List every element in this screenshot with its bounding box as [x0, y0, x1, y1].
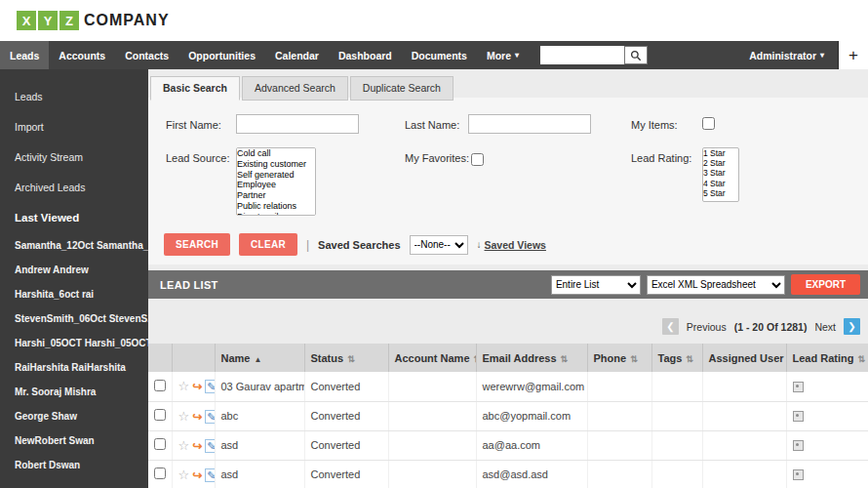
- global-search-input[interactable]: [540, 46, 624, 64]
- lead-source-option[interactable]: Partner: [237, 190, 315, 201]
- row-checkbox[interactable]: [154, 438, 166, 450]
- nav-item-accounts[interactable]: Accounts: [49, 41, 115, 69]
- search-button[interactable]: SEARCH: [164, 233, 230, 256]
- export-format-select[interactable]: Excel XML Spreadsheet: [647, 275, 785, 295]
- row-checkbox[interactable]: [154, 380, 166, 391]
- last-viewed-item[interactable]: George Shaw: [0, 404, 148, 428]
- col-assigned-user-label: Assigned User: [709, 352, 784, 364]
- cell-tags: [651, 401, 702, 430]
- convert-lead-icon[interactable]: ↪: [192, 439, 202, 453]
- follow-star-icon[interactable]: ☆: [178, 438, 190, 453]
- edit-icon[interactable]: ✎: [205, 380, 215, 393]
- last-viewed-item[interactable]: Harshi_05OCT Harshi_05OCT: [0, 331, 148, 355]
- col-account-name[interactable]: Account Name⇅: [388, 344, 476, 372]
- lead-source-option[interactable]: Direct mail: [237, 212, 315, 216]
- col-name[interactable]: Name▲: [215, 344, 304, 372]
- previous-page-button[interactable]: ❮: [662, 318, 679, 335]
- cell-name[interactable]: 03 Gaurav apartment: [215, 372, 304, 401]
- cell-actions: ☆↪✎: [172, 401, 215, 430]
- lead-source-option[interactable]: Employee: [237, 180, 315, 190]
- export-button[interactable]: EXPORT: [791, 274, 860, 295]
- nav-item-more[interactable]: More ▾: [477, 41, 529, 69]
- convert-lead-icon[interactable]: ↪: [192, 468, 202, 482]
- nav-item-documents[interactable]: Documents: [402, 41, 477, 69]
- nav-item-leads[interactable]: Leads: [0, 41, 49, 69]
- edit-icon[interactable]: ✎: [205, 439, 215, 453]
- lead-rating-select[interactable]: 1 Star 2 Star 3 Star 4 Star 5 Star: [702, 147, 739, 202]
- col-phone[interactable]: Phone⇅: [587, 344, 651, 372]
- saved-searches-label: Saved Searches: [318, 239, 400, 251]
- lead-source-option[interactable]: Self generated: [237, 170, 315, 181]
- table-row[interactable]: ☆↪✎ asd Converted aa@aa.com: [148, 430, 868, 460]
- lead-rating-option[interactable]: 1 Star: [703, 148, 738, 158]
- convert-lead-icon[interactable]: ↪: [192, 410, 202, 424]
- last-name-input[interactable]: [468, 114, 591, 134]
- saved-views-link[interactable]: ↓ Saved Views: [477, 239, 546, 251]
- my-favorites-checkbox[interactable]: [471, 153, 484, 166]
- follow-star-icon[interactable]: ☆: [178, 468, 190, 482]
- cell-email: aa@aa.com: [476, 430, 587, 460]
- cell-account-name: [388, 401, 476, 430]
- table-row[interactable]: ☆↪✎ abc Converted abc@yopmail.com: [148, 401, 868, 430]
- last-viewed-item[interactable]: Mr. Sooraj Mishra: [0, 380, 148, 404]
- lead-rating-option[interactable]: 5 Star: [703, 188, 738, 198]
- list-filter-select[interactable]: Entire List: [551, 275, 641, 295]
- last-viewed-item[interactable]: Robert Dswan: [0, 453, 148, 477]
- body-row: Leads Import Activity Stream Archived Le…: [0, 69, 868, 488]
- table-row[interactable]: ☆↪✎ asd Converted asd@asd.asd: [148, 460, 868, 488]
- next-page-button[interactable]: ❯: [844, 318, 860, 335]
- convert-lead-icon[interactable]: ↪: [192, 380, 202, 393]
- edit-icon[interactable]: ✎: [205, 410, 215, 424]
- lead-source-option[interactable]: Cold call: [237, 148, 315, 159]
- sidebar-item-archived-leads[interactable]: Archived Leads: [0, 172, 148, 202]
- row-checkbox[interactable]: [154, 468, 166, 479]
- sidebar-item-activity-stream[interactable]: Activity Stream: [0, 142, 148, 172]
- lead-source-select[interactable]: Cold call Existing customer Self generat…: [236, 147, 316, 216]
- lead-rating-option[interactable]: 3 Star: [703, 168, 738, 178]
- header-checkbox-cell: [148, 344, 172, 372]
- global-search-button[interactable]: [624, 46, 648, 64]
- quick-create-button[interactable]: +: [839, 41, 868, 69]
- last-viewed-item[interactable]: NewRobert Swan: [0, 428, 148, 453]
- lead-source-option[interactable]: Public relations: [237, 201, 315, 212]
- table-row[interactable]: ☆↪✎ 03 Gaurav apartment Converted werewr…: [148, 372, 868, 401]
- cell-status: Converted: [304, 460, 388, 488]
- nav-item-opportunities[interactable]: Opportunities: [178, 41, 265, 69]
- saved-searches-select[interactable]: --None--: [410, 235, 468, 255]
- col-tags[interactable]: Tags⇅: [651, 344, 702, 372]
- last-viewed-item[interactable]: Harshita_6oct rai: [0, 282, 148, 306]
- last-viewed-item[interactable]: RaiHarshita RaiHarshita: [0, 355, 148, 380]
- lead-rating-option[interactable]: 2 Star: [703, 158, 738, 168]
- first-name-input[interactable]: [236, 114, 359, 134]
- last-viewed-item[interactable]: Andrew Andrew: [0, 258, 148, 282]
- nav-item-dashboard[interactable]: Dashboard: [329, 41, 402, 69]
- lead-source-option[interactable]: Existing customer: [237, 159, 315, 170]
- lead-rating-option[interactable]: 4 Star: [703, 179, 738, 188]
- last-viewed-item[interactable]: Samantha_12Oct Samantha_1...: [0, 233, 148, 258]
- clear-button[interactable]: CLEAR: [239, 233, 297, 256]
- next-label[interactable]: Next: [814, 321, 836, 333]
- cell-phone: [587, 460, 651, 488]
- previous-label[interactable]: Previous: [687, 321, 727, 333]
- row-checkbox[interactable]: [154, 409, 166, 421]
- sidebar-item-leads[interactable]: Leads: [0, 81, 148, 111]
- col-assigned-user[interactable]: Assigned User⇅: [702, 344, 786, 372]
- follow-star-icon[interactable]: ☆: [178, 409, 190, 424]
- follow-star-icon[interactable]: ☆: [178, 379, 190, 393]
- last-viewed-item[interactable]: StevenSmith_06Oct StevenS...: [0, 306, 148, 331]
- cell-name[interactable]: asd: [215, 460, 304, 488]
- col-status[interactable]: Status⇅: [304, 344, 388, 372]
- col-lead-rating[interactable]: Lead Rating⇅: [786, 344, 868, 372]
- cell-name[interactable]: asd: [215, 430, 304, 460]
- my-items-checkbox[interactable]: [702, 117, 715, 130]
- edit-icon[interactable]: ✎: [205, 468, 215, 482]
- tab-duplicate-search[interactable]: Duplicate Search: [350, 76, 454, 101]
- col-email-address[interactable]: Email Address⇅: [476, 344, 587, 372]
- nav-item-calendar[interactable]: Calendar: [265, 41, 329, 69]
- nav-item-contacts[interactable]: Contacts: [115, 41, 178, 69]
- cell-name[interactable]: abc: [215, 401, 304, 430]
- tab-advanced-search[interactable]: Advanced Search: [242, 76, 348, 101]
- tab-basic-search[interactable]: Basic Search: [150, 76, 240, 101]
- user-menu[interactable]: Administrator ▾: [735, 50, 838, 61]
- sidebar-item-import[interactable]: Import: [0, 111, 148, 142]
